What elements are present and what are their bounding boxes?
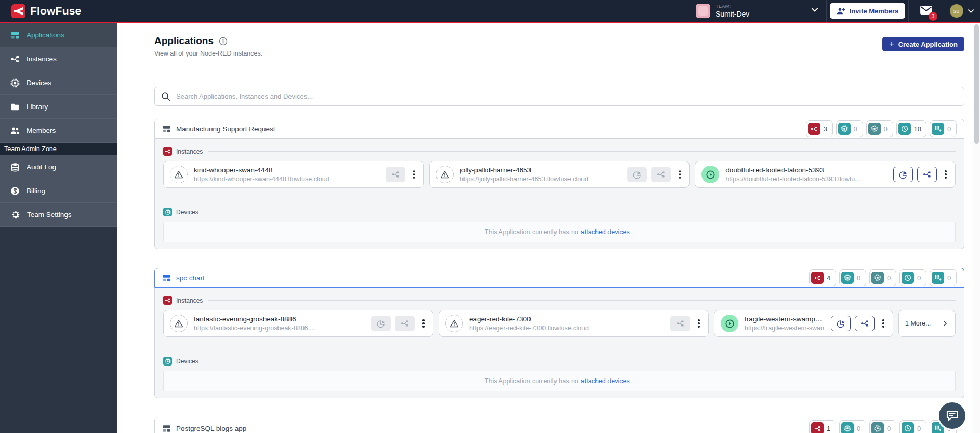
instance-url: https://eager-red-kite-7300.flowfuse.clo…	[469, 324, 664, 332]
devices-icon	[841, 272, 854, 284]
sidebar-item-label: Members	[27, 127, 56, 134]
instance-card[interactable]: doubtful-red-footed-falcon-5393 https://…	[695, 161, 956, 188]
device-group-icon	[871, 272, 884, 284]
instance-card[interactable]: jolly-pallid-harrier-4653 https://jolly-…	[429, 161, 690, 188]
sidebar-item-team-settings[interactable]: Team Settings	[0, 203, 117, 227]
devices-count: 0	[854, 125, 858, 133]
instance-menu-button[interactable]	[695, 316, 703, 331]
device-groups-count-badge[interactable]: 0	[869, 269, 896, 286]
open-editor-button[interactable]	[386, 167, 405, 182]
open-dashboard-button[interactable]	[831, 316, 851, 331]
instance-name: eager-red-kite-7300	[469, 315, 664, 323]
attached-devices-link[interactable]: attached devices	[581, 377, 630, 385]
gear-icon	[10, 210, 20, 220]
sidebar-item-audit-log[interactable]: Audit Log	[0, 155, 117, 179]
sidebar-item-label: Billing	[27, 187, 45, 195]
create-application-button[interactable]: + Create Application	[882, 37, 964, 51]
device-groups-count-badge[interactable]: 0	[869, 420, 896, 433]
instances-icon	[808, 123, 820, 135]
instance-card[interactable]: eager-red-kite-7300 https://eager-red-ki…	[439, 310, 709, 337]
devices-count-badge[interactable]: 0	[839, 269, 866, 286]
scrollbar-track	[973, 23, 980, 433]
devices-icon	[163, 208, 172, 216]
instance-menu-button[interactable]	[410, 167, 418, 182]
instance-card[interactable]: fragile-western-swamphen-2732 https://fr…	[714, 310, 893, 337]
instances-section-header: Instances	[163, 147, 956, 156]
more-instances-button[interactable]: 1 More...	[898, 310, 956, 337]
instances-section-header: Instances	[163, 296, 956, 305]
application-card: spc chart 4 0 0 0	[154, 268, 964, 398]
instance-name: kind-whooper-swan-4448	[194, 166, 379, 174]
pipelines-count-badge[interactable]: 0	[930, 269, 957, 286]
snapshots-count: 10	[914, 125, 921, 133]
instance-menu-button[interactable]	[419, 316, 428, 331]
open-dashboard-button[interactable]	[627, 167, 647, 182]
avatar: su	[950, 4, 963, 18]
devices-count-badge[interactable]: 0	[839, 420, 866, 433]
instances-count-badge[interactable]: 4	[809, 269, 836, 286]
instance-card[interactable]: fantastic-evening-grosbeak-8886 https://…	[163, 310, 433, 337]
team-name: Sumit-Dev	[716, 10, 749, 18]
top-navbar: FlowFuse TEAM: Sumit-Dev Invite Members …	[0, 0, 980, 23]
open-editor-button[interactable]	[395, 316, 415, 331]
open-editor-button[interactable]	[917, 167, 937, 182]
info-icon[interactable]	[219, 37, 228, 46]
clock-icon	[898, 123, 911, 135]
sidebar-item-instances[interactable]: Instances	[0, 47, 117, 71]
sidebar-item-members[interactable]: Members	[0, 119, 117, 143]
invite-members-button[interactable]: Invite Members	[830, 3, 906, 19]
billing-icon	[10, 186, 20, 196]
snapshots-count-badge[interactable]: 0	[899, 420, 926, 433]
sidebar-item-applications[interactable]: Applications	[0, 23, 117, 47]
open-dashboard-button[interactable]	[371, 316, 391, 331]
application-header[interactable]: Manufacturing Support Request 3 0 0 10	[154, 119, 964, 139]
instances-icon	[10, 55, 20, 64]
snapshots-count-badge[interactable]: 10	[896, 120, 926, 137]
snapshots-count: 0	[917, 274, 921, 282]
instance-status-stopped-icon	[445, 315, 463, 332]
instance-menu-button[interactable]	[676, 167, 684, 182]
create-application-label: Create Application	[898, 40, 958, 48]
sidebar-item-devices[interactable]: Devices	[0, 71, 117, 95]
instance-card[interactable]: kind-whooper-swan-4448 https://kind-whoo…	[163, 161, 424, 188]
open-editor-button[interactable]	[651, 167, 671, 182]
instance-name: fantastic-evening-grosbeak-8886	[194, 315, 365, 323]
instances-count-badge[interactable]: 1	[809, 420, 836, 433]
sidebar-item-billing[interactable]: Billing	[0, 179, 117, 203]
scrollbar-thumb[interactable]	[974, 24, 979, 144]
chevron-right-icon	[942, 320, 949, 327]
instance-menu-button[interactable]	[942, 167, 950, 182]
snapshots-count: 0	[917, 425, 921, 432]
snapshots-count-badge[interactable]: 0	[899, 269, 926, 286]
team-selector[interactable]: TEAM: Sumit-Dev	[686, 0, 826, 22]
open-editor-button[interactable]	[670, 316, 690, 331]
instance-menu-button[interactable]	[879, 316, 888, 331]
search-input[interactable]	[154, 87, 964, 106]
instances-count: 3	[824, 125, 828, 133]
devices-count-badge[interactable]: 0	[836, 120, 863, 137]
instance-name: jolly-pallid-harrier-4653	[460, 166, 621, 174]
sidebar-item-label: Team Settings	[27, 211, 72, 219]
attached-devices-link[interactable]: attached devices	[581, 228, 630, 236]
flowfuse-logo[interactable]: FlowFuse	[11, 4, 81, 18]
pipelines-count-badge[interactable]: 0	[930, 120, 957, 137]
open-editor-button[interactable]	[855, 316, 875, 331]
search-bar	[154, 87, 964, 106]
instance-status-running-icon	[721, 315, 738, 332]
person-plus-icon	[837, 7, 845, 15]
user-menu[interactable]: su	[944, 0, 980, 22]
instances-count-badge[interactable]: 3	[806, 120, 833, 137]
notifications-button[interactable]: 3	[908, 0, 944, 22]
application-header[interactable]: spc chart 4 0 0 0	[154, 268, 964, 288]
team-label: TEAM:	[716, 4, 749, 9]
instances-count: 1	[827, 425, 831, 432]
sidebar-item-library[interactable]: Library	[0, 95, 117, 119]
device-groups-count-badge[interactable]: 0	[866, 120, 893, 137]
application-header[interactable]: PostgreSQL blogs app 1 0 0 0	[154, 417, 964, 433]
instance-status-running-icon	[701, 166, 719, 183]
page-header: Applications View all of your Node-RED i…	[154, 35, 964, 57]
open-dashboard-button[interactable]	[893, 167, 913, 182]
instances-row: kind-whooper-swan-4448 https://kind-whoo…	[163, 161, 956, 188]
sidebar-item-label: Instances	[27, 55, 57, 63]
chat-launcher-button[interactable]	[937, 401, 967, 430]
